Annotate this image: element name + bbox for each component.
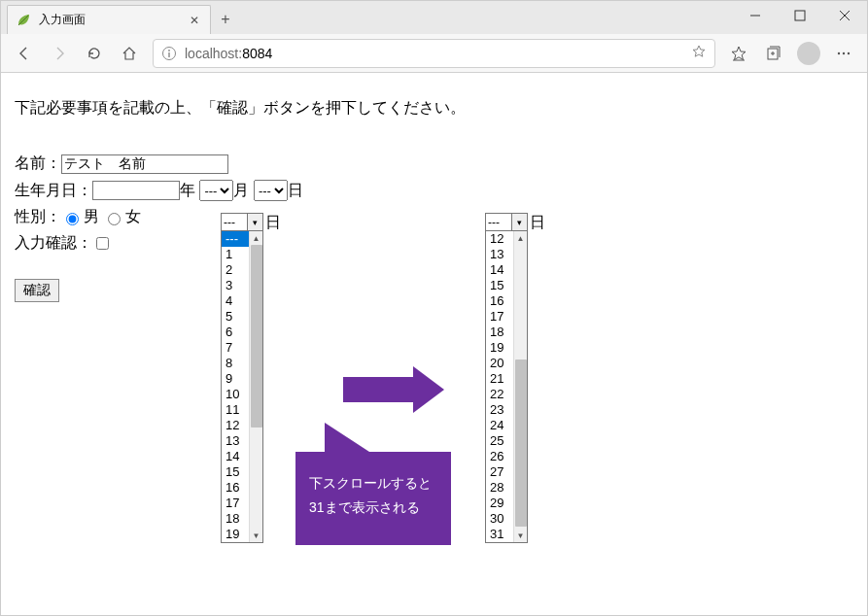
dropdown-option[interactable]: 25 [486, 433, 513, 449]
dropdown-option[interactable]: 15 [222, 464, 249, 480]
tab-close-icon[interactable]: ✕ [187, 14, 202, 27]
maximize-button[interactable] [778, 1, 822, 30]
dropdown-option[interactable]: 17 [486, 309, 513, 325]
row-gender: 性別： 男 女 [15, 207, 853, 227]
dropdown-option[interactable]: 22 [486, 387, 513, 402]
annotation-callout: 下スクロールすると 31まで表示される [295, 452, 451, 545]
svg-rect-6 [168, 52, 169, 57]
month-select[interactable]: --- [199, 180, 233, 201]
new-tab-button[interactable]: + [211, 5, 240, 34]
input-confirm-checkbox[interactable] [96, 237, 109, 250]
dropdown-option[interactable]: 11 [222, 402, 249, 418]
dropdown-option[interactable]: 4 [222, 293, 249, 309]
dropdown-option[interactable]: 14 [486, 262, 513, 278]
dropdown-option[interactable]: 15 [486, 278, 513, 293]
year-suffix: 年 [180, 181, 195, 201]
close-window-button[interactable] [822, 1, 867, 30]
scroll-thumb[interactable] [515, 359, 527, 527]
input-confirm-label: 入力確認： [15, 233, 92, 254]
svg-rect-1 [795, 11, 805, 20]
scroll-up-icon[interactable]: ▲ [250, 231, 262, 245]
dropdown-option[interactable]: 8 [222, 356, 249, 371]
dropdown-option[interactable]: 18 [486, 325, 513, 340]
scroll-up-icon[interactable]: ▲ [514, 231, 527, 245]
dropdown-option[interactable]: 7 [222, 340, 249, 356]
dropdown-header[interactable]: --- ▾ [222, 214, 262, 231]
dropdown-header[interactable]: --- ▾ [486, 214, 527, 231]
dropdown-option[interactable]: 2 [222, 262, 249, 278]
dropdown-items[interactable]: 1213141516171819202122232425262728293031 [486, 231, 513, 542]
dropdown-option[interactable]: 28 [486, 480, 513, 496]
dropdown-option[interactable]: 5 [222, 309, 249, 325]
row-name: 名前： [15, 154, 853, 174]
dropdown-option[interactable]: --- [222, 231, 249, 247]
dropdown-option[interactable]: 13 [486, 247, 513, 262]
gender-female-label: 女 [125, 207, 141, 227]
day-dropdown-open-left: --- ▾ ---12345678910111213141516171819 ▲… [221, 213, 263, 543]
refresh-button[interactable] [79, 38, 110, 69]
minimize-button[interactable] [733, 1, 778, 30]
gender-female-radio[interactable] [108, 213, 121, 225]
scroll-down-icon[interactable]: ▼ [514, 529, 527, 542]
dropdown-option[interactable]: 20 [486, 356, 513, 371]
dropdown-option[interactable]: 21 [486, 371, 513, 387]
url-text: localhost:8084 [185, 46, 272, 61]
year-input[interactable] [92, 181, 180, 200]
dropdown-option[interactable]: 1 [222, 247, 249, 262]
day-dropdown-open-right: --- ▾ 1213141516171819202122232425262728… [485, 213, 528, 543]
browser-window: 入力画面 ✕ + [0, 0, 868, 616]
annotation-line2: 31まで表示される [309, 496, 437, 520]
dropdown-option[interactable]: 9 [222, 371, 249, 387]
dropdown-option[interactable]: 24 [486, 418, 513, 433]
dropdown-option[interactable]: 19 [486, 340, 513, 356]
titlebar: 入力画面 ✕ + [1, 1, 867, 34]
name-input[interactable] [61, 154, 228, 174]
gender-male-radio[interactable] [66, 213, 79, 225]
gender-label: 性別： [15, 207, 61, 227]
dropdown-option[interactable]: 26 [486, 449, 513, 464]
dropdown-items[interactable]: ---12345678910111213141516171819 [222, 231, 249, 542]
svg-point-5 [168, 50, 170, 51]
collections-button[interactable] [758, 38, 789, 69]
dropdown-option[interactable]: 3 [222, 278, 249, 293]
more-button[interactable] [828, 38, 859, 69]
dropdown-option[interactable]: 27 [486, 464, 513, 480]
dropdown-option[interactable]: 6 [222, 325, 249, 340]
back-button[interactable] [9, 38, 40, 69]
profile-button[interactable] [793, 38, 824, 69]
dropdown-option[interactable]: 18 [222, 511, 249, 527]
dropdown-option[interactable]: 12 [222, 418, 249, 433]
gender-male-label: 男 [84, 207, 99, 227]
svg-point-13 [848, 51, 850, 53]
name-label: 名前： [15, 154, 61, 174]
confirm-button[interactable]: 確認 [15, 279, 59, 302]
scrollbar[interactable]: ▲ ▼ [249, 231, 262, 542]
day-suffix-left: 日 [265, 213, 281, 233]
favorites-button[interactable] [723, 38, 754, 69]
forward-button[interactable] [44, 38, 75, 69]
dropdown-option[interactable]: 12 [486, 231, 513, 247]
home-button[interactable] [114, 38, 145, 69]
dropdown-option[interactable]: 16 [486, 293, 513, 309]
site-info-icon[interactable] [161, 46, 177, 61]
day-select[interactable]: --- [254, 180, 288, 201]
dropdown-option[interactable]: 13 [222, 433, 249, 449]
scroll-thumb[interactable] [251, 245, 262, 428]
dropdown-option[interactable]: 29 [486, 496, 513, 511]
scroll-down-icon[interactable]: ▼ [250, 529, 262, 542]
tab-active[interactable]: 入力画面 ✕ [7, 5, 211, 34]
dropdown-option[interactable]: 16 [222, 480, 249, 496]
dropdown-option[interactable]: 19 [222, 527, 249, 542]
dropdown-option[interactable]: 14 [222, 449, 249, 464]
dropdown-option[interactable]: 17 [222, 496, 249, 511]
svg-point-12 [843, 51, 845, 53]
dropdown-option[interactable]: 31 [486, 527, 513, 542]
dropdown-option[interactable]: 10 [222, 387, 249, 402]
scrollbar[interactable]: ▲ ▼ [513, 231, 527, 542]
favorite-icon[interactable] [691, 44, 707, 62]
chevron-down-icon: ▾ [511, 214, 527, 230]
toolbar: localhost:8084 [1, 34, 867, 73]
dropdown-option[interactable]: 23 [486, 402, 513, 418]
dropdown-option[interactable]: 30 [486, 511, 513, 527]
address-bar[interactable]: localhost:8084 [153, 39, 715, 68]
